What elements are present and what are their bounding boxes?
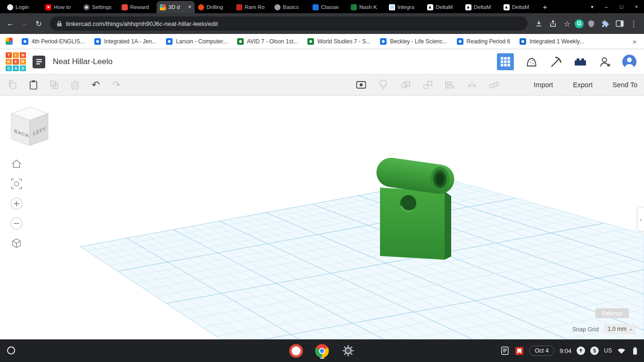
bookmark-item[interactable]: 4th Period-ENGLIS... [17,36,89,47]
window-close-button[interactable]: × [629,0,644,13]
zoom-in-button[interactable] [9,197,24,211]
user-avatar[interactable] [622,55,636,69]
viewport-3d[interactable]: BACK LEFT [0,96,644,339]
status-tray[interactable]: Oct 4 9:04 5 US [500,339,639,362]
tab-how-to[interactable]: How to [42,1,80,13]
viewport-settings-button[interactable]: Settings [595,308,629,318]
close-tab-icon[interactable]: × [188,4,191,10]
shield-button[interactable] [585,17,598,30]
snap-grid-dropdown[interactable]: 1.0 mm ▴ [604,324,636,334]
minecraft-mode-button[interactable] [549,55,563,69]
browser-menu-button[interactable]: ⋮ [627,17,640,30]
reload-button[interactable]: ↻ [32,17,45,30]
tab-settings[interactable]: Settings [80,1,118,13]
show-all-button[interactable] [355,79,367,91]
tab-deltamath-2[interactable]: DeltaM [462,1,500,13]
red-ring-icon [289,344,303,358]
send-to-button[interactable]: Send To [612,81,637,89]
tab-label: DeltaM [512,4,535,10]
blocks-mode-button[interactable] [524,55,538,69]
tab-classwork[interactable]: Classw [309,1,347,13]
grammarly-icon[interactable]: G [575,19,584,28]
bookmark-item[interactable]: AVID 7 - Olson 1st... [233,36,302,47]
tab-basics[interactable]: Basics [271,1,309,13]
model-shape[interactable] [374,156,456,260]
design-title[interactable]: Neat Hillar-Leelo [53,57,113,66]
undo-button[interactable]: ↶ [90,79,102,91]
tab-3d-design-active[interactable]: 3D d × [157,1,195,13]
view-nav-column [9,157,24,250]
side-panel-button[interactable] [613,17,626,30]
bookmarks-overflow-chevron[interactable]: » [631,37,638,45]
bookmark-item[interactable]: Integrated 1A - Jen... [90,36,161,47]
bookmark-item[interactable]: Larson - Computer... [162,36,231,47]
bricks-mode-button[interactable] [573,55,587,69]
mirror-button[interactable] [466,79,478,91]
bookmark-star-button[interactable]: ☆ [561,17,574,30]
date-chip[interactable]: Oct 4 [529,346,554,356]
panel-collapse-handle[interactable]: ‹ [637,207,644,231]
address-bar[interactable]: tinkercad.com/things/ahhqmh90J6c-neat-hi… [50,16,528,31]
tab-deltamath-1[interactable]: DeltaM [424,1,462,13]
youtube-icon [45,4,51,10]
app-icon-chrome[interactable] [315,343,329,359]
snap-grid-label: Snap Grid [572,326,599,333]
tab-label: Reward [130,4,153,10]
share-design-button[interactable] [598,55,612,69]
tinkercad-logo[interactable]: T I N K E R C A D [6,52,26,71]
tab-reward[interactable]: Reward [118,1,157,13]
tab-label: Drilling [206,4,230,10]
logo-tile: A [13,66,19,71]
tab-search-chevron-icon[interactable]: ▾ [586,0,599,13]
extensions-button[interactable] [599,17,612,30]
window-maximize-button[interactable]: □ [614,0,629,13]
tab-drilling[interactable]: Drilling [195,1,233,13]
duplicate-button[interactable] [48,79,60,91]
share-button[interactable] [546,17,560,30]
paste-button[interactable] [27,79,40,91]
redo-button[interactable]: ↷ [110,79,123,91]
tab-integrated[interactable]: Integra [386,1,424,13]
zoom-out-button[interactable] [9,216,24,230]
group-button[interactable] [399,79,412,91]
editor-mode-button[interactable] [497,53,514,70]
import-button[interactable]: Import [534,81,553,89]
app-icon-red[interactable] [289,343,303,359]
view-cube[interactable]: BACK LEFT [8,106,54,151]
notification-count-badge: 5 [590,346,599,355]
fit-view-button[interactable] [9,177,24,191]
bookmark-item[interactable]: Beckley - Life Scienc... [376,36,451,47]
back-button[interactable]: ← [4,17,17,30]
document-icon [389,4,395,10]
align-button[interactable] [444,79,456,91]
new-tab-button[interactable]: + [538,0,552,13]
update-indicator-icon [577,346,585,355]
tab-login[interactable]: Login [4,1,42,13]
forward-button[interactable]: → [18,17,31,30]
light-button[interactable] [377,79,389,91]
perspective-toggle-button[interactable] [9,236,24,250]
bookmark-item[interactable]: Reading Period 6 [453,36,515,47]
home-view-button[interactable] [9,157,24,171]
tinkercad-header: T I N K E R C A D Neat Hillar-Leelo [0,49,644,74]
ungroup-button[interactable] [421,79,434,91]
window-minimize-button[interactable]: – [599,0,614,13]
copy-button[interactable] [7,79,19,91]
bookmarks-bar: 4th Period-ENGLIS... Integrated 1A - Jen… [0,34,644,49]
apps-grid-icon[interactable] [6,38,13,45]
export-button[interactable]: Export [573,81,593,89]
tab-ram-ro[interactable]: Ram Ro [233,1,271,13]
tab-label: Integra [397,4,421,10]
delete-button[interactable] [69,79,81,91]
tab-deltamath-3[interactable]: DeltaM [500,1,538,13]
model-3d[interactable] [0,96,644,339]
launcher-button[interactable] [7,346,15,354]
deltamath-icon [465,4,471,10]
ruler-button[interactable] [488,79,500,91]
app-icon-settings[interactable] [341,343,355,359]
design-menu-button[interactable] [33,56,45,68]
bookmark-item[interactable]: Integrated 1 Weekly... [515,36,588,47]
bookmark-item[interactable]: World Studies 7 - S... [303,36,375,47]
tab-nash[interactable]: Nash K [347,1,386,13]
install-button[interactable] [532,17,545,30]
